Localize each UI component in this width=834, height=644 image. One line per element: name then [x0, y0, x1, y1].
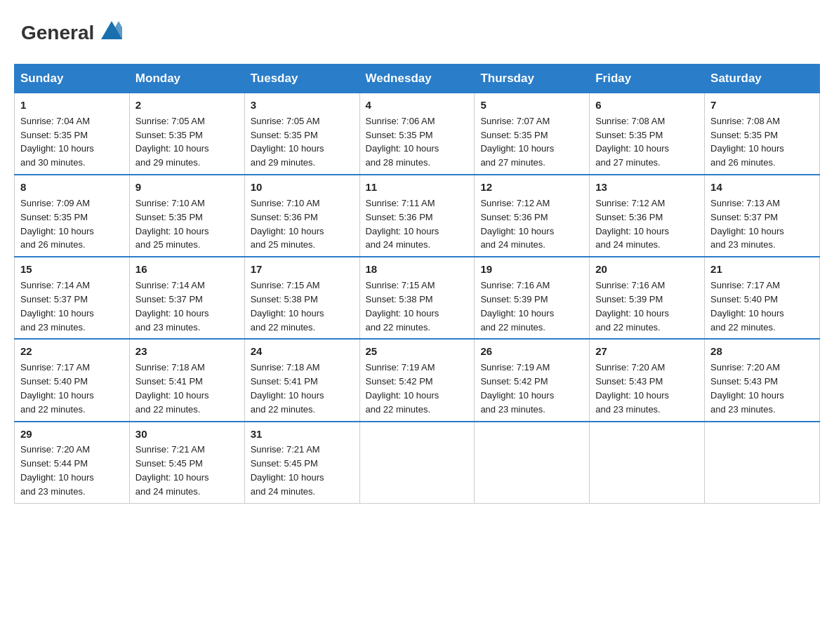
calendar-week-row: 29 Sunrise: 7:20 AMSunset: 5:44 PMDaylig…	[15, 422, 820, 504]
day-info: Sunrise: 7:08 AMSunset: 5:35 PMDaylight:…	[710, 116, 784, 168]
day-of-week-tuesday: Tuesday	[244, 65, 359, 93]
calendar-cell: 19 Sunrise: 7:16 AMSunset: 5:39 PMDaylig…	[475, 257, 590, 339]
day-number: 18	[366, 262, 469, 277]
calendar-cell: 20 Sunrise: 7:16 AMSunset: 5:39 PMDaylig…	[590, 257, 705, 339]
day-of-week-sunday: Sunday	[15, 65, 130, 93]
day-info: Sunrise: 7:04 AMSunset: 5:35 PMDaylight:…	[20, 116, 94, 168]
calendar-cell: 25 Sunrise: 7:19 AMSunset: 5:42 PMDaylig…	[359, 339, 475, 421]
page-header: General	[14, 14, 820, 50]
day-number: 15	[20, 262, 124, 277]
day-info: Sunrise: 7:14 AMSunset: 5:37 PMDaylight:…	[20, 280, 94, 333]
day-info: Sunrise: 7:19 AMSunset: 5:42 PMDaylight:…	[366, 362, 439, 415]
calendar-cell: 24 Sunrise: 7:18 AMSunset: 5:41 PMDaylig…	[244, 339, 359, 421]
day-of-week-friday: Friday	[590, 65, 705, 93]
day-info: Sunrise: 7:11 AMSunset: 5:36 PMDaylight:…	[366, 198, 439, 250]
calendar-cell: 30 Sunrise: 7:21 AMSunset: 5:45 PMDaylig…	[129, 422, 244, 504]
day-number: 6	[595, 98, 699, 113]
day-of-week-thursday: Thursday	[475, 65, 590, 93]
day-info: Sunrise: 7:07 AMSunset: 5:35 PMDaylight:…	[480, 116, 554, 168]
day-info: Sunrise: 7:18 AMSunset: 5:41 PMDaylight:…	[135, 362, 209, 415]
day-number: 22	[20, 344, 124, 359]
calendar-cell: 15 Sunrise: 7:14 AMSunset: 5:37 PMDaylig…	[15, 257, 130, 339]
day-info: Sunrise: 7:09 AMSunset: 5:35 PMDaylight:…	[20, 198, 94, 250]
day-number: 29	[20, 427, 124, 442]
calendar-week-row: 22 Sunrise: 7:17 AMSunset: 5:40 PMDaylig…	[15, 339, 820, 421]
day-number: 11	[366, 180, 469, 195]
calendar-cell: 2 Sunrise: 7:05 AMSunset: 5:35 PMDayligh…	[129, 93, 244, 175]
day-of-week-saturday: Saturday	[705, 65, 820, 93]
day-info: Sunrise: 7:21 AMSunset: 5:45 PMDaylight:…	[135, 444, 209, 497]
day-number: 30	[135, 427, 239, 442]
calendar-cell: 13 Sunrise: 7:12 AMSunset: 5:36 PMDaylig…	[590, 175, 705, 257]
day-number: 21	[710, 262, 814, 277]
day-number: 13	[595, 180, 699, 195]
calendar-week-row: 1 Sunrise: 7:04 AMSunset: 5:35 PMDayligh…	[15, 93, 820, 175]
calendar-cell: 11 Sunrise: 7:11 AMSunset: 5:36 PMDaylig…	[359, 175, 475, 257]
calendar-week-row: 8 Sunrise: 7:09 AMSunset: 5:35 PMDayligh…	[15, 175, 820, 257]
calendar-cell: 26 Sunrise: 7:19 AMSunset: 5:42 PMDaylig…	[475, 339, 590, 421]
day-number: 8	[20, 180, 124, 195]
day-info: Sunrise: 7:13 AMSunset: 5:37 PMDaylight:…	[710, 198, 784, 250]
logo-triangle-icon	[101, 21, 122, 39]
day-number: 23	[135, 344, 239, 359]
day-number: 3	[251, 98, 354, 113]
day-info: Sunrise: 7:15 AMSunset: 5:38 PMDaylight:…	[251, 280, 324, 333]
calendar-cell: 3 Sunrise: 7:05 AMSunset: 5:35 PMDayligh…	[244, 93, 359, 175]
day-info: Sunrise: 7:20 AMSunset: 5:44 PMDaylight:…	[20, 444, 94, 497]
day-info: Sunrise: 7:10 AMSunset: 5:36 PMDaylight:…	[251, 198, 324, 250]
day-info: Sunrise: 7:12 AMSunset: 5:36 PMDaylight:…	[480, 198, 554, 250]
day-info: Sunrise: 7:16 AMSunset: 5:39 PMDaylight:…	[595, 280, 669, 333]
day-number: 1	[20, 98, 124, 113]
calendar-cell	[359, 422, 475, 504]
calendar-cell: 28 Sunrise: 7:20 AMSunset: 5:43 PMDaylig…	[705, 339, 820, 421]
calendar-cell: 4 Sunrise: 7:06 AMSunset: 5:35 PMDayligh…	[359, 93, 475, 175]
day-number: 2	[135, 98, 239, 113]
day-number: 7	[710, 98, 814, 113]
logo-general-text: General	[21, 21, 122, 43]
calendar-table: SundayMondayTuesdayWednesdayThursdayFrid…	[14, 64, 820, 504]
calendar-cell	[590, 422, 705, 504]
day-number: 17	[251, 262, 354, 277]
calendar-cell: 6 Sunrise: 7:08 AMSunset: 5:35 PMDayligh…	[590, 93, 705, 175]
day-info: Sunrise: 7:10 AMSunset: 5:35 PMDaylight:…	[135, 198, 209, 250]
day-number: 9	[135, 180, 239, 195]
calendar-cell: 17 Sunrise: 7:15 AMSunset: 5:38 PMDaylig…	[244, 257, 359, 339]
calendar-cell	[705, 422, 820, 504]
day-of-week-wednesday: Wednesday	[359, 65, 475, 93]
calendar-cell: 10 Sunrise: 7:10 AMSunset: 5:36 PMDaylig…	[244, 175, 359, 257]
calendar-cell: 7 Sunrise: 7:08 AMSunset: 5:35 PMDayligh…	[705, 93, 820, 175]
day-info: Sunrise: 7:05 AMSunset: 5:35 PMDaylight:…	[135, 116, 209, 168]
day-number: 27	[595, 344, 699, 359]
calendar-header-row: SundayMondayTuesdayWednesdayThursdayFrid…	[15, 65, 820, 93]
day-number: 10	[251, 180, 354, 195]
day-info: Sunrise: 7:18 AMSunset: 5:41 PMDaylight:…	[251, 362, 324, 415]
day-info: Sunrise: 7:15 AMSunset: 5:38 PMDaylight:…	[366, 280, 439, 333]
day-number: 19	[480, 262, 583, 277]
day-number: 31	[251, 427, 354, 442]
calendar-cell: 1 Sunrise: 7:04 AMSunset: 5:35 PMDayligh…	[15, 93, 130, 175]
calendar-cell: 8 Sunrise: 7:09 AMSunset: 5:35 PMDayligh…	[15, 175, 130, 257]
calendar-cell: 12 Sunrise: 7:12 AMSunset: 5:36 PMDaylig…	[475, 175, 590, 257]
day-info: Sunrise: 7:20 AMSunset: 5:43 PMDaylight:…	[710, 362, 784, 415]
calendar-week-row: 15 Sunrise: 7:14 AMSunset: 5:37 PMDaylig…	[15, 257, 820, 339]
day-of-week-monday: Monday	[129, 65, 244, 93]
day-number: 26	[480, 344, 583, 359]
calendar-cell: 9 Sunrise: 7:10 AMSunset: 5:35 PMDayligh…	[129, 175, 244, 257]
day-number: 4	[366, 98, 469, 113]
calendar-cell: 21 Sunrise: 7:17 AMSunset: 5:40 PMDaylig…	[705, 257, 820, 339]
day-number: 12	[480, 180, 583, 195]
calendar-cell: 22 Sunrise: 7:17 AMSunset: 5:40 PMDaylig…	[15, 339, 130, 421]
day-info: Sunrise: 7:14 AMSunset: 5:37 PMDaylight:…	[135, 280, 209, 333]
day-info: Sunrise: 7:08 AMSunset: 5:35 PMDaylight:…	[595, 116, 669, 168]
day-number: 14	[710, 180, 814, 195]
day-info: Sunrise: 7:17 AMSunset: 5:40 PMDaylight:…	[20, 362, 94, 415]
day-number: 25	[366, 344, 469, 359]
day-number: 24	[251, 344, 354, 359]
day-info: Sunrise: 7:16 AMSunset: 5:39 PMDaylight:…	[480, 280, 554, 333]
day-info: Sunrise: 7:17 AMSunset: 5:40 PMDaylight:…	[710, 280, 784, 333]
calendar-cell: 31 Sunrise: 7:21 AMSunset: 5:45 PMDaylig…	[244, 422, 359, 504]
day-number: 28	[710, 344, 814, 359]
logo: General	[21, 21, 122, 43]
calendar-cell: 23 Sunrise: 7:18 AMSunset: 5:41 PMDaylig…	[129, 339, 244, 421]
day-number: 16	[135, 262, 239, 277]
